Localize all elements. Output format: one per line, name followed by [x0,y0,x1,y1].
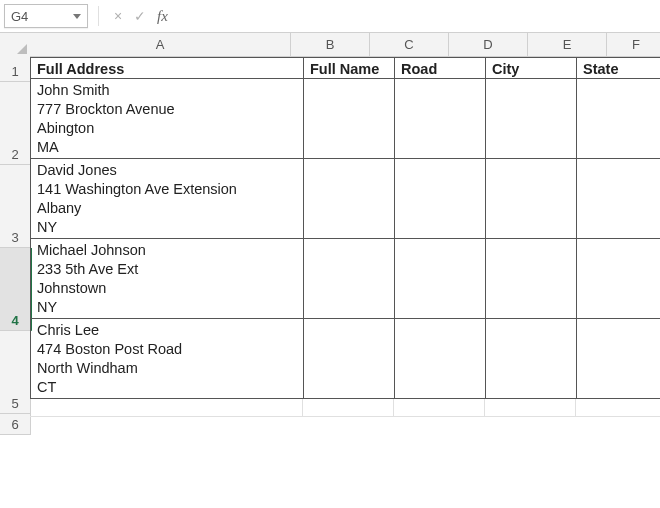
col-header-B[interactable]: B [291,33,370,57]
cell-C4[interactable] [395,239,486,319]
table-row: Full Address Full Name Road City State [30,57,660,79]
row-header-6[interactable]: 6 [0,414,31,435]
cell-E5[interactable] [577,319,660,399]
cell-C3[interactable] [395,159,486,239]
table-row [30,399,660,417]
cell-A3[interactable]: David Jones 141 Washington Ave Extension… [30,159,304,239]
cell-D2[interactable] [486,79,577,159]
row-header-2[interactable]: 2 [0,82,31,165]
formula-input[interactable] [178,5,656,27]
separator [98,6,99,26]
name-box-value: G4 [11,9,28,24]
column-headers: A B C D E F [30,33,660,57]
cell-C5[interactable] [395,319,486,399]
cancel-icon[interactable]: × [109,7,127,25]
table-row: Chris Lee 474 Boston Post Road North Win… [30,319,660,399]
cells: Full Address Full Name Road City State J… [30,57,660,417]
cell-B1[interactable]: Full Name [304,57,395,79]
row-header-3[interactable]: 3 [0,165,31,248]
cell-D6[interactable] [485,399,576,417]
chevron-down-icon[interactable] [73,14,81,19]
cell-A1[interactable]: Full Address [30,57,304,79]
name-box[interactable]: G4 [4,4,88,28]
row-header-5[interactable]: 5 [0,331,31,414]
cell-D3[interactable] [486,159,577,239]
cell-A6[interactable] [30,399,303,417]
col-header-D[interactable]: D [449,33,528,57]
col-header-A[interactable]: A [30,33,291,57]
row-headers: 1 2 3 4 5 6 [0,57,32,435]
cell-B5[interactable] [304,319,395,399]
cell-A4[interactable]: Michael Johnson 233 5th Ave Ext Johnstow… [30,239,304,319]
cell-E2[interactable] [577,79,660,159]
col-header-E[interactable]: E [528,33,607,57]
cell-E3[interactable] [577,159,660,239]
cell-E4[interactable] [577,239,660,319]
cell-A5[interactable]: Chris Lee 474 Boston Post Road North Win… [30,319,304,399]
cell-B3[interactable] [304,159,395,239]
cell-B6[interactable] [303,399,394,417]
cell-B4[interactable] [304,239,395,319]
cell-C6[interactable] [394,399,485,417]
cell-E6[interactable] [576,399,660,417]
table-row: John Smith 777 Brockton Avenue Abington … [30,79,660,159]
table-row: Michael Johnson 233 5th Ave Ext Johnstow… [30,239,660,319]
cell-C2[interactable] [395,79,486,159]
cell-D4[interactable] [486,239,577,319]
select-all-corner[interactable] [0,33,31,58]
table-row: David Jones 141 Washington Ave Extension… [30,159,660,239]
col-header-F[interactable]: F [607,33,660,57]
col-header-C[interactable]: C [370,33,449,57]
confirm-icon[interactable]: ✓ [131,7,149,25]
formula-bar: G4 × ✓ fx [0,0,660,33]
cell-B2[interactable] [304,79,395,159]
row-header-1[interactable]: 1 [0,57,31,82]
cell-A2[interactable]: John Smith 777 Brockton Avenue Abington … [30,79,304,159]
cell-E1[interactable]: State [577,57,660,79]
cell-D1[interactable]: City [486,57,577,79]
cell-C1[interactable]: Road [395,57,486,79]
row-header-4[interactable]: 4 [0,248,32,331]
cell-D5[interactable] [486,319,577,399]
fx-icon[interactable]: fx [157,8,168,25]
